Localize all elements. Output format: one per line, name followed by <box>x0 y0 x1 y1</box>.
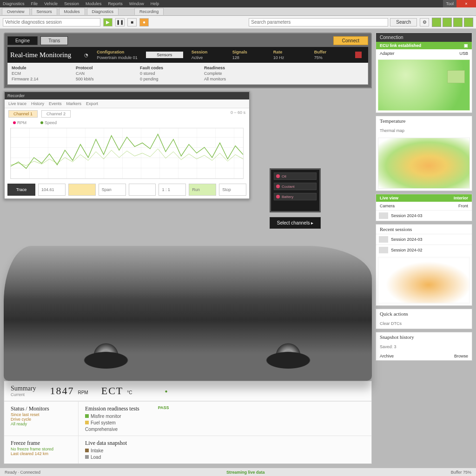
status-bar: Ready · Connected Streaming live data Bu… <box>0 468 476 476</box>
summary-heading: Summary <box>11 385 36 392</box>
status-text: Streaming live data <box>226 470 265 475</box>
search-button[interactable]: Search <box>390 18 417 26</box>
list-item[interactable]: Session 2024-02 <box>376 245 472 255</box>
menu-item[interactable]: Reports <box>108 1 123 6</box>
list-item[interactable]: Session 2024-03 <box>376 234 472 245</box>
status-text: Buffer 75% <box>451 470 471 475</box>
tab-diagnostics[interactable]: Diagnostics <box>87 8 119 15</box>
run-icon[interactable]: ▶ <box>103 18 112 26</box>
row-sub: Since last reset <box>11 412 72 417</box>
path-input[interactable] <box>3 18 100 26</box>
close-button[interactable]: × <box>456 0 476 7</box>
layout-b-icon[interactable] <box>443 18 452 27</box>
layout-d-icon[interactable] <box>464 18 473 27</box>
indicator-icon <box>276 185 280 188</box>
row-title: Emission readiness tests <box>85 405 139 412</box>
value: USB <box>459 51 468 56</box>
menu-item[interactable]: Diagnostics <box>3 1 25 6</box>
col-val: Active <box>192 55 224 60</box>
col-val: 128 <box>232 55 265 60</box>
record-icon[interactable]: ● <box>139 18 149 26</box>
col-hd: Session <box>192 50 224 54</box>
label: Camera <box>380 204 395 208</box>
subtab-engine[interactable]: Engine <box>7 36 38 45</box>
signal-heatmap[interactable] <box>378 60 470 111</box>
pause-icon[interactable]: ❚❚ <box>115 18 125 26</box>
thumbnail-icon <box>379 236 388 243</box>
sub-val: 0 stored <box>140 71 196 76</box>
gauge-row[interactable]: Coolant <box>274 183 317 190</box>
chart-plot[interactable] <box>10 128 244 179</box>
connect-button[interactable]: Connect <box>333 36 368 45</box>
thumbnail-icon <box>379 212 388 219</box>
panel-sub: Thermal map <box>376 126 472 136</box>
menu-item[interactable]: File <box>31 1 38 6</box>
chart-window: Recorder Live trace History Events Marke… <box>4 91 250 199</box>
run-button[interactable]: Run <box>189 184 216 196</box>
action-link[interactable]: Clear DTCs <box>376 318 472 329</box>
row-item: Load <box>85 455 127 460</box>
ribbon-tab[interactable]: Sensors <box>146 52 183 58</box>
indicator-icon <box>276 174 280 178</box>
readout-cell: Span <box>99 184 126 196</box>
menu-item[interactable]: Window <box>129 1 144 6</box>
thermal-map[interactable] <box>378 138 470 189</box>
row-title: Freeze frame <box>11 440 72 447</box>
search-input[interactable] <box>249 18 388 26</box>
label: Adapter <box>380 51 395 56</box>
stop-button[interactable]: Stop <box>219 184 246 196</box>
list-item[interactable]: Session 2024-03 <box>376 210 472 221</box>
menubar: Diagnostics File Vehicle Session Modules… <box>0 0 476 7</box>
settings-icon[interactable]: ⚙ <box>420 18 429 26</box>
link[interactable]: Browse <box>454 354 468 358</box>
channel-pill[interactable]: Channel 2 <box>41 110 71 118</box>
chart-tab[interactable]: Export <box>86 101 98 106</box>
scale-cell[interactable]: 1 : 1 <box>159 184 186 196</box>
chart-titlebar: Recorder <box>5 92 249 99</box>
tab-modules[interactable]: Modules <box>59 8 85 15</box>
col-hd: Rate <box>273 50 306 54</box>
col-val: Powertrain module 01 <box>97 55 138 60</box>
tab-recording[interactable]: Recording <box>134 8 164 15</box>
chart-tab[interactable]: History <box>31 101 44 106</box>
panel-heading: Recent sessions <box>376 225 472 234</box>
chart-tab[interactable]: Markers <box>66 101 82 106</box>
readout-cell: 104.61 <box>38 184 66 196</box>
stat-value: ECT <box>101 385 124 397</box>
row-sub: Last cleared 142 km <box>11 451 72 456</box>
chart-range: 0 – 60 s <box>231 110 245 118</box>
chart-tab[interactable]: Events <box>49 101 62 106</box>
trace-button[interactable]: Trace <box>7 184 35 196</box>
gauge-row[interactable]: Oil <box>274 172 317 180</box>
row-sub: No freeze frame stored <box>11 447 72 451</box>
menu-item[interactable]: Help <box>151 1 159 6</box>
layout-c-icon[interactable] <box>453 18 463 27</box>
channel-pill[interactable]: Channel 1 <box>8 110 38 118</box>
vehicle-render <box>4 246 372 381</box>
row-item: Comprehensive <box>85 427 139 432</box>
menu-item[interactable]: Modules <box>86 1 101 6</box>
menu-item[interactable]: Session <box>64 1 79 6</box>
col-val: 10 Hz <box>273 55 306 60</box>
realtime-panel: Engine Trans Connect Real-time Monitorin… <box>4 33 372 88</box>
chart-tab[interactable]: Live trace <box>8 101 26 106</box>
col-hd: Buffer <box>314 50 347 54</box>
toolbar: ▶ ❚❚ ■ ● Search ⚙ <box>0 16 476 29</box>
tab-overview[interactable]: Overview <box>2 8 30 15</box>
sub-val: Complete <box>204 71 260 76</box>
sub-hd: Readiness <box>204 66 260 70</box>
stop-icon[interactable]: ■ <box>127 18 137 26</box>
link[interactable]: Archive <box>380 354 394 358</box>
subtab-trans[interactable]: Trans <box>40 36 68 45</box>
panel-title: Real-time Monitoring <box>10 51 76 59</box>
layout-a-icon[interactable] <box>432 18 441 27</box>
panel-text: Saved: 3 <box>376 342 472 352</box>
sub-val: Firmware 2.14 <box>12 77 67 81</box>
col-hd: Signals <box>232 50 265 54</box>
alert-icon[interactable] <box>355 52 362 58</box>
sub-hd: Protocol <box>76 66 132 70</box>
menu-item[interactable]: Vehicle <box>44 1 58 6</box>
tab-sensors[interactable]: Sensors <box>32 8 57 15</box>
stat-unit: °C <box>127 390 132 395</box>
vehicle-viewport[interactable] <box>4 198 372 381</box>
